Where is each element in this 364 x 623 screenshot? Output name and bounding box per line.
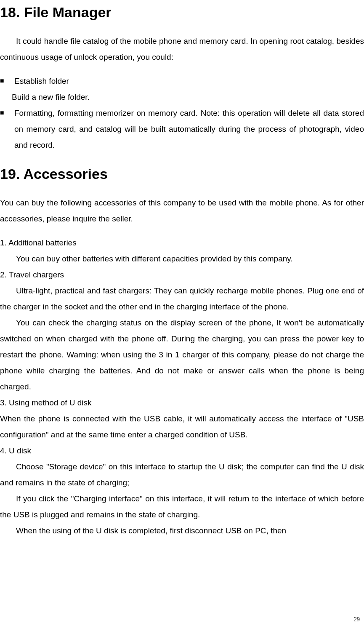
- bullet-item: ■ Establish folder: [0, 73, 364, 89]
- numbered-item-1: 1. Additional batteries: [0, 235, 364, 251]
- section-19-intro: You can buy the following accessories of…: [0, 195, 364, 227]
- numbered-item-2: 2. Travel chargers: [0, 267, 364, 283]
- numbered-item-4-line: Choose "Storage device" on this interfac…: [0, 459, 364, 491]
- numbered-item-3-plain: When the phone is connected with the USB…: [0, 411, 364, 443]
- bullet-text: Formatting, formatting memorizer on memo…: [14, 105, 364, 153]
- bullet-subtext: Build a new file folder.: [0, 89, 364, 105]
- numbered-item-4-line: If you click the "Charging interface" on…: [0, 491, 364, 523]
- section-18-heading: 18. File Manager: [0, 4, 364, 21]
- square-bullet-icon: ■: [0, 73, 14, 89]
- section-18-intro: It could handle file catalog of the mobi…: [0, 33, 364, 65]
- section-19-heading: 19. Accessories: [0, 166, 364, 182]
- numbered-item-4-line: When the using of the U disk is complete…: [0, 523, 364, 539]
- square-bullet-icon: ■: [0, 105, 14, 153]
- bullet-text: Establish folder: [14, 73, 364, 89]
- numbered-item-4: 4. U disk: [0, 443, 364, 459]
- page-number: 29: [354, 616, 360, 623]
- numbered-item-2-line: You can check the charging status on the…: [0, 315, 364, 395]
- bullet-item: ■ Formatting, formatting memorizer on me…: [0, 105, 364, 153]
- numbered-item-2-line: Ultra-light, practical and fast chargers…: [0, 283, 364, 315]
- numbered-item-1-line: You can buy other batteries with differe…: [0, 251, 364, 267]
- numbered-item-3: 3. Using method of U disk: [0, 395, 364, 411]
